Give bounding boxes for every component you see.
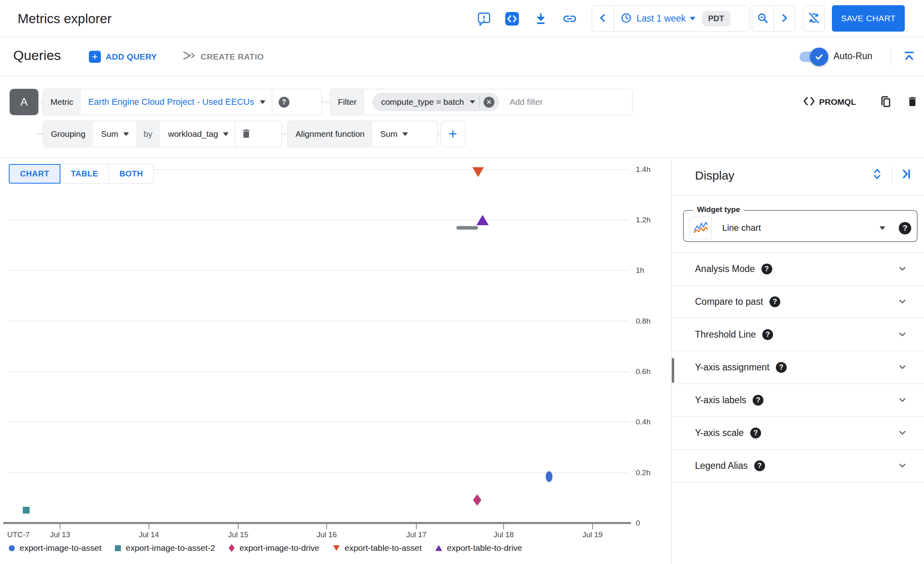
x-tick-label: Jul 16 xyxy=(317,530,337,539)
help-icon[interactable]: ? xyxy=(753,395,763,406)
line-chart-icon xyxy=(689,217,712,239)
page-title: Metrics explorer xyxy=(18,11,112,26)
legend-item[interactable]: export-table-to-asset xyxy=(333,543,422,553)
delete-query-button[interactable] xyxy=(903,93,922,111)
x-axis-line xyxy=(3,522,631,524)
divider xyxy=(890,48,891,66)
plus-box-icon: + xyxy=(89,51,101,63)
legend-marker-square xyxy=(115,545,121,551)
create-ratio-button[interactable]: CREATE RATIO xyxy=(182,37,264,76)
remove-filter-button[interactable]: ✕ xyxy=(484,97,494,108)
metric-select[interactable]: Earth Engine Cloud Project - Used EECUs xyxy=(81,89,265,115)
promql-label: PROMQL xyxy=(819,97,856,107)
help-icon[interactable]: ? xyxy=(754,460,765,471)
legend-label: export-image-to-asset-2 xyxy=(126,543,215,553)
legend-item[interactable]: export-image-to-asset-2 xyxy=(115,543,215,553)
query-letter-chip: A xyxy=(10,89,38,115)
add-filter-placeholder[interactable]: Add filter xyxy=(510,97,543,107)
copy-query-button[interactable] xyxy=(876,93,894,111)
legend-item[interactable]: export-image-to-asset xyxy=(9,543,101,553)
download-button[interactable] xyxy=(532,10,550,28)
help-icon[interactable]: ? xyxy=(761,264,772,274)
share-link-button[interactable] xyxy=(561,10,579,28)
caret-down-icon xyxy=(223,132,229,136)
grouping-field-group: Grouping Sum by workload_tag xyxy=(43,121,282,147)
widget-type-field[interactable]: Widget type Line chart ? xyxy=(683,210,918,242)
remove-grouping-button[interactable] xyxy=(237,125,255,143)
zoom-out-button[interactable] xyxy=(752,6,773,31)
save-chart-button[interactable]: SAVE CHART xyxy=(832,5,905,32)
collapse-panel-button[interactable] xyxy=(897,165,915,184)
section-y-axis-labels[interactable]: Y-axis labels ? xyxy=(672,384,924,417)
grouping-fn-select[interactable]: Sum xyxy=(93,121,129,147)
x-tick xyxy=(149,524,149,529)
x-tick xyxy=(326,524,327,529)
section-label: Threshold Line xyxy=(695,329,756,340)
legend-marker-circle xyxy=(9,545,15,551)
chevron-down-icon xyxy=(897,263,908,276)
time-back-button[interactable] xyxy=(592,6,614,31)
time-forward-button[interactable] xyxy=(774,6,795,31)
download-icon xyxy=(533,11,548,28)
auto-run-toggle-thumb xyxy=(810,48,828,66)
connector-line xyxy=(36,134,43,134)
panel-scrollbar-thumb[interactable] xyxy=(672,358,674,383)
tab-both[interactable]: BOTH xyxy=(109,164,154,184)
section-label: Compare to past xyxy=(695,296,763,307)
section-compare-to-past[interactable]: Compare to past ? xyxy=(672,286,924,318)
divider xyxy=(479,96,480,108)
help-icon[interactable]: ? xyxy=(776,362,787,373)
section-legend-alias[interactable]: Legend Alias ? xyxy=(672,450,924,482)
code-brackets-icon xyxy=(803,96,815,108)
promql-button[interactable]: PROMQL xyxy=(803,96,856,108)
section-y-axis-scale[interactable]: Y-axis scale ? xyxy=(672,417,924,450)
y-tick-label: 0.4h xyxy=(636,418,651,426)
code-button[interactable] xyxy=(503,10,521,28)
metric-label: Metric xyxy=(43,89,81,115)
group-by-select[interactable]: workload_tag xyxy=(160,121,229,147)
feedback-button[interactable] xyxy=(475,10,493,28)
legend-label: export-table-to-asset xyxy=(345,543,422,553)
help-icon[interactable]: ? xyxy=(769,296,780,307)
add-query-label: ADD QUERY xyxy=(106,52,157,62)
time-range-button[interactable]: Last 1 week xyxy=(614,6,695,31)
filter-chip-value: compute_type = batch xyxy=(381,97,464,107)
metrics-explorer-app: Metrics explorer xyxy=(0,0,924,564)
grouping-label: Grouping xyxy=(43,121,93,147)
add-processing-step-button[interactable]: + xyxy=(440,121,465,147)
chart-point-export-image-to-asset xyxy=(546,471,552,482)
collapse-queries-button[interactable] xyxy=(899,47,919,67)
gridline xyxy=(8,371,629,372)
x-tick-label: Jul 13 xyxy=(50,530,70,539)
legend-marker-diamond xyxy=(229,544,235,552)
add-query-button[interactable]: + ADD QUERY xyxy=(89,37,157,76)
sync-disabled-icon xyxy=(807,12,820,26)
tab-table[interactable]: TABLE xyxy=(60,164,109,184)
help-icon[interactable]: ? xyxy=(899,222,911,234)
display-panel-title: Display xyxy=(695,169,734,182)
y-tick-label: 0 xyxy=(636,519,640,528)
trash-icon xyxy=(906,96,918,109)
ratio-merge-icon xyxy=(182,50,196,64)
tab-chart[interactable]: CHART xyxy=(9,164,60,184)
divider xyxy=(235,121,235,147)
help-icon[interactable]: ? xyxy=(750,428,761,438)
help-icon[interactable]: ? xyxy=(762,329,773,340)
auto-run-toggle[interactable] xyxy=(799,52,826,62)
x-tick xyxy=(503,524,504,529)
filter-field-group: Filter compute_type = batch ✕ Add filter xyxy=(330,89,633,115)
legend-item[interactable]: export-image-to-drive xyxy=(229,543,319,553)
section-y-axis-assignment[interactable]: Y-axis assignment ? xyxy=(672,351,924,384)
section-threshold-line[interactable]: Threshold Line ? xyxy=(672,318,924,351)
metric-help-button[interactable]: ? xyxy=(272,97,296,108)
expand-collapse-all-button[interactable] xyxy=(868,165,886,184)
legend-label: export-table-to-drive xyxy=(447,543,522,553)
alignment-fn-select[interactable]: Sum xyxy=(372,121,408,147)
legend-item[interactable]: export-table-to-drive xyxy=(435,543,522,553)
section-analysis-mode[interactable]: Analysis Mode ? xyxy=(672,253,924,286)
promql-area: PROMQL xyxy=(803,89,922,115)
auto-refresh-off-button[interactable] xyxy=(803,6,824,31)
filter-chip[interactable]: compute_type = batch ✕ xyxy=(372,93,499,111)
x-tick xyxy=(238,524,239,529)
unfold-more-icon xyxy=(870,167,884,182)
